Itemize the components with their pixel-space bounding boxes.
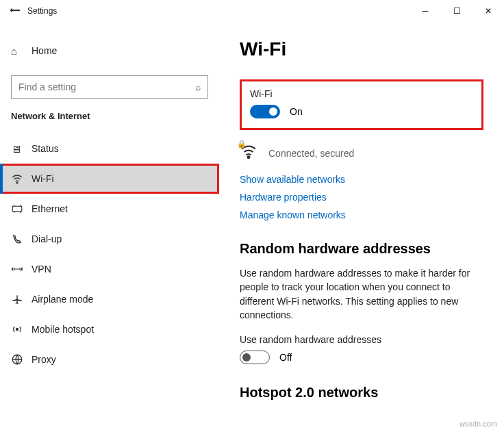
svg-rect-1	[12, 206, 22, 212]
sidebar-item-label: Ethernet	[32, 203, 68, 214]
window-title: Settings	[27, 6, 410, 16]
sidebar-item-label: Status	[32, 143, 59, 154]
svg-point-6	[248, 156, 250, 158]
wifi-toggle[interactable]	[250, 105, 280, 118]
search-box[interactable]: ⌕	[11, 75, 208, 99]
sidebar-item-vpn[interactable]: VPN	[0, 254, 219, 284]
hotspot-icon	[11, 323, 32, 335]
titlebar: 🠔 Settings ─ ☐ ✕	[0, 0, 504, 22]
random-hw-toggle-label: Use random hardware addresses	[240, 334, 483, 345]
wifi-toggle-label: Wi-Fi	[250, 88, 473, 99]
ethernet-icon	[11, 203, 32, 215]
vpn-icon	[11, 263, 32, 275]
wifi-icon	[11, 173, 32, 185]
sidebar-item-ethernet[interactable]: Ethernet	[0, 194, 219, 224]
sidebar: ⌂ Home ⌕ Network & Internet 🖥 Status Wi-…	[0, 22, 219, 432]
page-title: Wi-Fi	[240, 38, 483, 60]
sidebar-item-proxy[interactable]: Proxy	[0, 344, 219, 374]
svg-point-3	[20, 268, 22, 270]
sidebar-item-label: VPN	[32, 264, 51, 275]
wifi-toggle-state: On	[290, 106, 303, 117]
minimize-button[interactable]: ─	[410, 0, 441, 22]
sidebar-item-status[interactable]: 🖥 Status	[0, 134, 219, 164]
sidebar-item-label: Mobile hotspot	[32, 324, 94, 335]
random-hw-toggle-state: Off	[279, 352, 292, 363]
wifi-secured-icon: 🔒	[240, 142, 257, 164]
sidebar-item-label: Wi-Fi	[32, 173, 54, 184]
search-input[interactable]	[18, 81, 195, 92]
sidebar-item-hotspot[interactable]: Mobile hotspot	[0, 314, 219, 344]
watermark: wsxdn.com	[459, 420, 497, 428]
back-button[interactable]: 🠔	[10, 5, 27, 17]
svg-point-0	[16, 182, 18, 183]
close-button[interactable]: ✕	[473, 0, 504, 22]
search-icon: ⌕	[195, 81, 201, 92]
wifi-toggle-section: Wi-Fi On	[240, 79, 483, 130]
sidebar-category: Network & Internet	[11, 111, 208, 121]
main-content: Wi-Fi Wi-Fi On 🔒 Connected, secured Show…	[219, 22, 504, 432]
dialup-icon	[11, 233, 32, 245]
status-icon: 🖥	[11, 143, 32, 155]
link-available-networks[interactable]: Show available networks	[240, 174, 483, 185]
random-hw-toggle[interactable]	[240, 351, 270, 364]
sidebar-item-label: Airplane mode	[32, 294, 93, 305]
sidebar-home-label: Home	[32, 45, 57, 56]
airplane-icon	[11, 293, 32, 305]
random-hw-heading: Random hardware addresses	[240, 241, 483, 257]
hotspot2-heading: Hotspot 2.0 networks	[240, 385, 483, 401]
sidebar-home[interactable]: ⌂ Home	[11, 36, 208, 66]
lock-icon: 🔒	[237, 140, 247, 149]
svg-point-2	[12, 268, 14, 270]
proxy-icon	[11, 353, 32, 366]
link-known-networks[interactable]: Manage known networks	[240, 209, 483, 220]
svg-point-4	[16, 329, 18, 331]
maximize-button[interactable]: ☐	[441, 0, 473, 22]
sidebar-item-label: Dial-up	[32, 233, 62, 244]
random-hw-desc: Use random hardware addresses to make it…	[240, 266, 483, 322]
sidebar-item-dialup[interactable]: Dial-up	[0, 224, 219, 254]
link-hardware-properties[interactable]: Hardware properties	[240, 192, 483, 203]
sidebar-item-wifi[interactable]: Wi-Fi	[0, 164, 219, 194]
connection-status-text: Connected, secured	[268, 148, 354, 159]
sidebar-item-label: Proxy	[32, 354, 56, 365]
sidebar-item-airplane[interactable]: Airplane mode	[0, 284, 219, 314]
home-icon: ⌂	[11, 45, 32, 57]
connection-status-row: 🔒 Connected, secured	[240, 142, 483, 164]
